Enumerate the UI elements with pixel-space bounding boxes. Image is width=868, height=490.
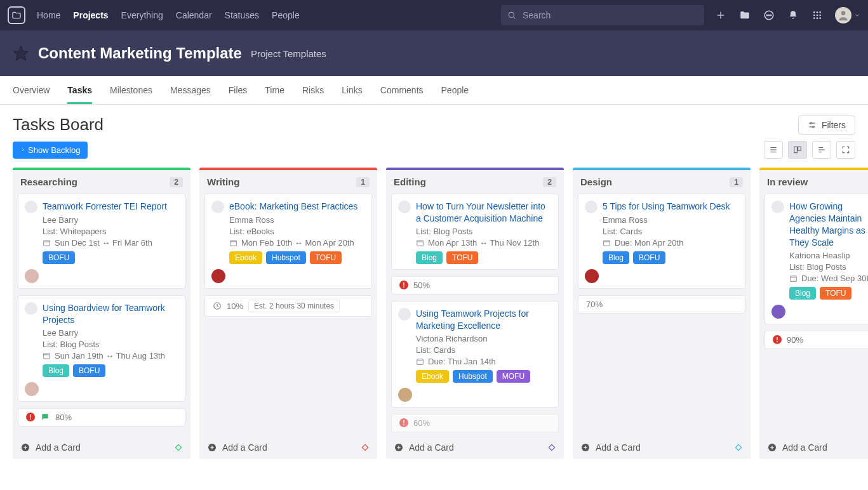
task-tags: Ebook Hubspot MOFU: [416, 370, 552, 383]
task-complete-toggle[interactable]: [211, 201, 224, 213]
svg-point-14: [813, 17, 815, 19]
tag[interactable]: Blog: [43, 364, 69, 377]
task-title: Using Boardview for Teamwork Projects: [43, 302, 178, 326]
column-count: 2: [170, 177, 183, 187]
task-complete-toggle[interactable]: [25, 201, 37, 213]
assignee-avatar[interactable]: [25, 382, 39, 396]
top-right-icons: [714, 7, 860, 23]
nav-statuses[interactable]: Statuses: [225, 10, 259, 20]
task-title: Using Teamwork Projects for Marketing Ex…: [416, 308, 552, 332]
tab-tasks[interactable]: Tasks: [67, 76, 92, 104]
tab-risks[interactable]: Risks: [302, 76, 324, 104]
task-complete-toggle[interactable]: [25, 302, 37, 315]
task-card[interactable]: eBook: Marketing Best Practices Emma Ros…: [204, 194, 372, 289]
tab-links[interactable]: Links: [342, 76, 363, 104]
svg-marker-45: [362, 444, 368, 450]
user-avatar: [835, 7, 851, 23]
add-icon[interactable]: [714, 9, 727, 22]
svg-marker-18: [14, 46, 28, 60]
task-dates: Sun Dec 1st ↔ Fri Mar 6th: [55, 238, 152, 248]
task-dates: Sun Jan 19th ↔ Thu Aug 13th: [55, 351, 165, 361]
filters-button[interactable]: Filters: [798, 116, 855, 135]
task-assignee: Emma Ross: [229, 215, 365, 225]
tab-time[interactable]: Time: [265, 76, 284, 104]
add-card-button[interactable]: Add a Card: [394, 442, 454, 453]
nav-people[interactable]: People: [272, 10, 300, 20]
nav-home[interactable]: Home: [37, 10, 60, 20]
tag[interactable]: Blog: [416, 251, 443, 264]
tag[interactable]: Ebook: [416, 370, 449, 383]
view-fullscreen-button[interactable]: [836, 141, 855, 159]
nav-projects[interactable]: Projects: [73, 10, 108, 20]
assignee-avatar[interactable]: [398, 388, 412, 402]
column-count: 1: [356, 177, 370, 187]
add-card-label: Add a Card: [222, 442, 267, 453]
tag[interactable]: BOFU: [43, 251, 75, 264]
tab-comments[interactable]: Comments: [380, 76, 424, 104]
task-complete-toggle[interactable]: [585, 201, 598, 213]
apps-grid-icon[interactable]: [811, 9, 824, 22]
column-settings-icon[interactable]: [361, 443, 370, 452]
task-card[interactable]: How to Turn Your Newsletter into a Custo…: [391, 194, 559, 270]
task-card[interactable]: How Growing Agencies Maintain Healthy Ma…: [765, 194, 868, 324]
nav-calendar[interactable]: Calendar: [176, 10, 212, 20]
assignee-avatar[interactable]: [771, 305, 785, 319]
tab-overview[interactable]: Overview: [13, 76, 50, 104]
bell-icon[interactable]: [787, 9, 799, 22]
assignee-avatar[interactable]: [25, 269, 39, 283]
nav-everything[interactable]: Everything: [121, 10, 163, 20]
alert-icon: !: [399, 281, 408, 289]
filters-icon: [808, 121, 817, 129]
tag[interactable]: BOFU: [73, 364, 105, 377]
tag[interactable]: Hubspot: [266, 251, 306, 264]
task-card[interactable]: Using Teamwork Projects for Marketing Ex…: [391, 301, 559, 407]
tag[interactable]: Hubspot: [453, 370, 493, 383]
view-gantt-button[interactable]: [812, 141, 831, 159]
tag[interactable]: TOFU: [820, 287, 851, 300]
assignee-avatar[interactable]: [211, 269, 225, 283]
task-complete-toggle[interactable]: [398, 201, 411, 213]
progress-value: 50%: [413, 281, 430, 290]
tab-files[interactable]: Files: [229, 76, 248, 104]
tab-messages[interactable]: Messages: [170, 76, 211, 104]
search-input[interactable]: [521, 10, 698, 21]
task-dates: Mon Apr 13th ↔ Thu Nov 12th: [428, 238, 539, 248]
tag[interactable]: MOFU: [497, 370, 530, 383]
tag[interactable]: Blog: [789, 287, 816, 300]
tag[interactable]: TOFU: [310, 251, 342, 264]
view-board-button[interactable]: [788, 141, 807, 159]
add-card-button[interactable]: Add a Card: [580, 442, 641, 453]
column-settings-icon[interactable]: [174, 443, 183, 452]
tag[interactable]: BOFU: [633, 251, 665, 264]
task-dates: Mon Feb 10th ↔ Mon Apr 20th: [241, 238, 354, 248]
board-header: Tasks Board Filters: [0, 105, 868, 141]
tag[interactable]: Blog: [603, 251, 629, 264]
task-complete-toggle[interactable]: [771, 201, 784, 213]
chat-icon[interactable]: [763, 9, 775, 22]
task-card[interactable]: Using Boardview for Teamwork Projects Le…: [18, 295, 185, 402]
column-settings-icon[interactable]: [734, 443, 743, 452]
app-logo[interactable]: [8, 6, 25, 24]
folder-icon[interactable]: [738, 9, 751, 22]
add-card-button[interactable]: Add a Card: [207, 442, 267, 453]
task-card[interactable]: Teamwork Forrester TEI Report Lee Barry …: [18, 194, 185, 289]
task-card[interactable]: 5 Tips for Using Teamwork Desk Emma Ross…: [578, 194, 745, 289]
task-complete-toggle[interactable]: [398, 308, 411, 321]
tab-people[interactable]: People: [441, 76, 469, 104]
task-tags: Ebook Hubspot TOFU: [229, 251, 365, 264]
show-backlog-button[interactable]: Show Backlog: [13, 142, 88, 159]
add-card-button[interactable]: Add a Card: [767, 442, 827, 453]
project-title: Content Marketing Template: [38, 44, 242, 62]
add-card-button[interactable]: Add a Card: [20, 442, 81, 453]
project-subtitle[interactable]: Project Templates: [251, 48, 326, 59]
view-list-button[interactable]: [764, 141, 783, 159]
column-settings-icon[interactable]: [547, 443, 556, 452]
tab-milestones[interactable]: Milestones: [110, 76, 152, 104]
user-menu[interactable]: [835, 7, 860, 23]
tag[interactable]: Ebook: [229, 251, 262, 264]
card-stats-row: 10% Est. 2 hours 30 minutes: [204, 295, 372, 317]
global-search[interactable]: [501, 5, 704, 25]
star-icon[interactable]: [13, 45, 29, 62]
tag[interactable]: TOFU: [446, 251, 478, 264]
assignee-avatar[interactable]: [585, 269, 599, 283]
